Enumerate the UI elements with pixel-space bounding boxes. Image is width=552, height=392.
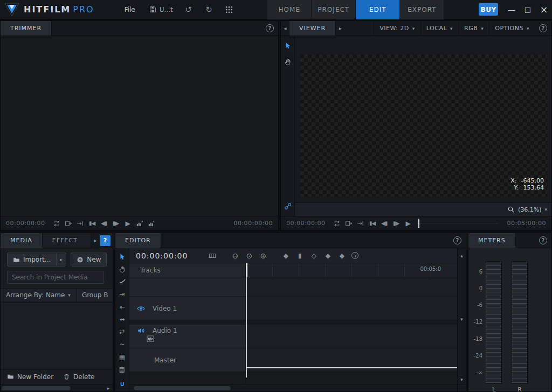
undo-button[interactable]: ↺ [184,4,194,16]
file-menu[interactable]: File [120,4,140,16]
view-mode-dropdown[interactable]: VIEW: 2D ▾ [374,21,420,36]
tab-scroll-left-button[interactable]: ◂ [281,21,289,36]
channel-dropdown[interactable]: RGB ▾ [458,21,489,36]
slice-tool-button[interactable] [117,277,128,287]
options-dropdown[interactable]: OPTIONS ▾ [489,21,535,36]
overlay-clip-button[interactable] [146,218,157,229]
hand-tool-button[interactable] [117,264,128,274]
track-grid-button[interactable]: ▦ [117,352,128,362]
add-keyframe-button[interactable]: ◆ [323,252,332,260]
viewer-scrub-bar[interactable] [417,216,499,230]
rate-stretch-tool-button[interactable]: ∼ [117,339,128,349]
delete-button[interactable]: Delete [63,373,94,381]
zoom-level-value[interactable]: (36.1%) [518,206,542,213]
editor-horizontal-scrollbar[interactable] [129,384,457,391]
import-options-button[interactable]: ▸ [57,253,66,267]
go-to-start-button[interactable]: ▮◀ [367,218,378,229]
zoom-fit-button[interactable]: ⊙ [245,251,253,260]
transparent-frame[interactable]: X:-645.00 Y:153.64 [300,54,547,197]
buy-button[interactable]: BUY [479,3,498,16]
save-project-button[interactable]: U...t [149,6,173,13]
info-button[interactable]: i [351,252,358,259]
play-button[interactable]: ▶ [122,218,134,229]
playhead-marker[interactable] [246,263,247,277]
previous-frame-button[interactable]: ◀▮ [98,218,110,229]
play-button[interactable]: ▶ [402,218,414,229]
group-by-dropdown[interactable]: Group B [77,289,113,302]
tab-viewer[interactable]: VIEWER [289,21,336,36]
help-icon[interactable]: ? [539,24,547,32]
link-parent-button[interactable] [282,201,293,212]
tab-export[interactable]: EXPORT [400,0,444,19]
previous-frame-button[interactable]: ◀▮ [378,218,390,229]
playhead-handle[interactable] [418,219,419,228]
master-track-header[interactable]: Master [129,348,246,372]
hand-tool-button[interactable] [282,57,293,67]
loop-playback-button[interactable] [51,218,63,229]
tab-trimmer[interactable]: TRIMMER [1,21,52,36]
waveform-toggle-icon[interactable] [147,335,154,342]
scroll-down-button[interactable]: ▾ [458,375,466,384]
help-icon[interactable]: ? [539,236,547,244]
video-track-lane[interactable] [246,297,457,320]
editor-timecode-field[interactable]: 00:00:00:00 [129,251,194,260]
minimize-button[interactable]: — [503,2,520,17]
scroll-down-button[interactable]: ▾ [458,315,466,324]
scrollbar-thumb[interactable] [134,386,231,390]
filmstrip-icon[interactable] [208,252,217,260]
zoom-in-button[interactable]: ⊕ [259,251,267,260]
master-level-line[interactable] [246,367,457,368]
search-input[interactable] [7,271,104,284]
snap-indicator-icon[interactable]: ▮ [295,252,304,260]
new-folder-button[interactable]: New Folder [7,373,53,381]
export-frame-button[interactable] [63,218,74,229]
slip-tool-button[interactable]: ↔ [117,314,128,324]
audio-track-header[interactable]: Audio 1 [129,325,246,348]
eye-icon[interactable] [137,305,145,312]
import-button[interactable]: Import... [7,253,57,267]
workspace-launcher-button[interactable] [224,4,234,16]
tab-home[interactable]: HOME [267,0,312,19]
loop-playback-button[interactable] [331,218,343,229]
zoom-out-button[interactable]: ⊖ [231,251,239,260]
media-horizontal-scrollbar[interactable]: ▸ [1,384,113,391]
maximize-button[interactable]: □ [520,2,536,17]
timeline-ruler[interactable]: 00:05:0 [246,263,457,277]
add-marker-button[interactable]: ◆ [281,252,290,260]
chevron-down-icon[interactable]: ▾ [544,207,547,212]
speaker-icon[interactable] [137,327,145,334]
send-to-timeline-button[interactable] [355,218,367,229]
help-icon[interactable]: ? [266,24,274,32]
viewer-canvas[interactable]: X:-645.00 Y:153.64 [295,36,551,202]
previous-keyframe-button[interactable]: ◇ [309,252,318,260]
new-button[interactable]: New [71,253,107,267]
scrollbar-thumb[interactable] [2,386,71,390]
help-icon[interactable]: ? [453,236,461,244]
audio-track-lane[interactable] [246,325,457,348]
tab-edit[interactable]: EDIT [356,0,400,19]
media-list[interactable] [1,302,113,369]
scroll-up-button[interactable]: ▴ [458,248,466,263]
video-track-header[interactable]: Video 1 [129,297,246,320]
tab-project[interactable]: PROJECT [312,0,356,19]
tab-scroll-right-button[interactable]: ▸ [336,21,344,36]
roll-edit-tool-button[interactable]: ⇤ [117,302,128,312]
select-tool-button[interactable] [117,251,128,262]
scroll-right-button[interactable]: ▸ [105,384,112,392]
redo-button[interactable]: ↻ [204,4,214,16]
tab-effects[interactable]: EFFECT [43,233,91,248]
next-frame-button[interactable]: ▮▶ [390,218,402,229]
close-button[interactable]: × [536,2,552,17]
slide-tool-button[interactable]: ⇄ [117,327,128,337]
go-to-start-button[interactable]: ▮◀ [86,218,98,229]
master-track-lane[interactable] [246,348,457,372]
arrange-by-dropdown[interactable]: Arrange By: Name ▾ [1,289,77,302]
select-tool-button[interactable] [282,40,293,51]
next-frame-button[interactable]: ▮▶ [110,218,122,229]
coordinate-space-dropdown[interactable]: LOCAL ▾ [420,21,458,36]
tab-overflow-button[interactable]: ▸ [91,233,100,248]
next-keyframe-button[interactable]: ◆ [337,252,346,260]
track-list-button[interactable]: ▤ [117,364,128,374]
tab-meters[interactable]: METERS [468,233,516,248]
ripple-edit-tool-button[interactable]: ⇥ [117,289,128,299]
